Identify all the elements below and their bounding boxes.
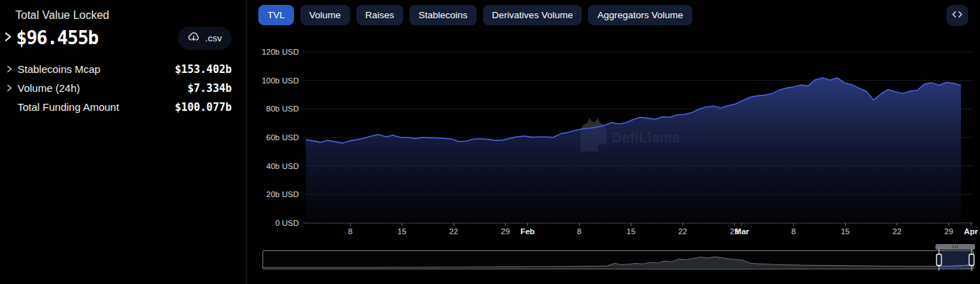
cloud-download-icon bbox=[188, 32, 200, 45]
metric-value: $153.402b bbox=[175, 63, 232, 76]
timeline-brush[interactable] bbox=[262, 250, 974, 269]
svg-text:8: 8 bbox=[348, 227, 352, 236]
svg-text:Apr: Apr bbox=[964, 227, 978, 236]
page-title: Total Value Locked bbox=[15, 9, 109, 22]
metrics-sidebar: Total Value Locked $96.455b .csv Stablec… bbox=[0, 0, 247, 284]
svg-text:15: 15 bbox=[398, 227, 407, 236]
svg-text:15: 15 bbox=[626, 227, 636, 236]
svg-text:80b USD: 80b USD bbox=[266, 104, 299, 113]
svg-text:20b USD: 20b USD bbox=[266, 190, 299, 198]
svg-text:100b USD: 100b USD bbox=[262, 76, 299, 85]
row-volume-24h[interactable]: Volume (24h) $7.334b bbox=[0, 79, 246, 97]
metric-rows: Stablecoins Mcap $153.402b Volume (24h) … bbox=[0, 60, 246, 116]
svg-text:29: 29 bbox=[501, 227, 510, 236]
svg-text:22: 22 bbox=[678, 227, 687, 236]
svg-text:15: 15 bbox=[841, 227, 850, 236]
svg-text:Feb: Feb bbox=[520, 227, 534, 236]
svg-text:40b USD: 40b USD bbox=[266, 162, 299, 170]
download-csv-button[interactable]: .csv bbox=[178, 27, 232, 50]
tvl-main-value: $96.455b bbox=[16, 27, 98, 48]
metric-value: $100.077b bbox=[175, 101, 232, 114]
svg-text:8: 8 bbox=[791, 227, 795, 236]
svg-text:22: 22 bbox=[449, 227, 458, 236]
tvl-area-chart[interactable]: 120b USD100b USD80b USD60b USD40b USD20b… bbox=[247, 0, 980, 244]
metric-label: Volume (24h) bbox=[18, 82, 80, 94]
svg-text:Mar: Mar bbox=[735, 227, 750, 236]
row-total-funding: Total Funding Amount $100.077b bbox=[0, 97, 246, 116]
svg-text:0 USD: 0 USD bbox=[275, 219, 299, 227]
metric-label: Stablecoins Mcap bbox=[18, 63, 100, 75]
svg-text:22: 22 bbox=[892, 227, 902, 236]
metric-label: Total Funding Amount bbox=[18, 101, 119, 113]
row-stablecoins-mcap[interactable]: Stablecoins Mcap $153.402b bbox=[0, 60, 246, 79]
metric-value: $7.334b bbox=[188, 82, 232, 95]
csv-button-label: .csv bbox=[205, 33, 222, 43]
svg-text:120b USD: 120b USD bbox=[262, 48, 299, 56]
svg-text:29: 29 bbox=[944, 227, 953, 236]
chart-panel: TVL Volume Raises Stablecoins Derivative… bbox=[247, 0, 980, 284]
brush-grip[interactable] bbox=[935, 244, 975, 250]
chevron-right-icon[interactable] bbox=[6, 83, 18, 93]
chevron-right-icon[interactable] bbox=[4, 31, 13, 46]
chevron-right-icon[interactable] bbox=[6, 65, 18, 74]
svg-text:60b USD: 60b USD bbox=[266, 133, 299, 142]
tvl-expand-row[interactable]: $96.455b bbox=[4, 27, 98, 48]
svg-text:8: 8 bbox=[577, 227, 581, 236]
